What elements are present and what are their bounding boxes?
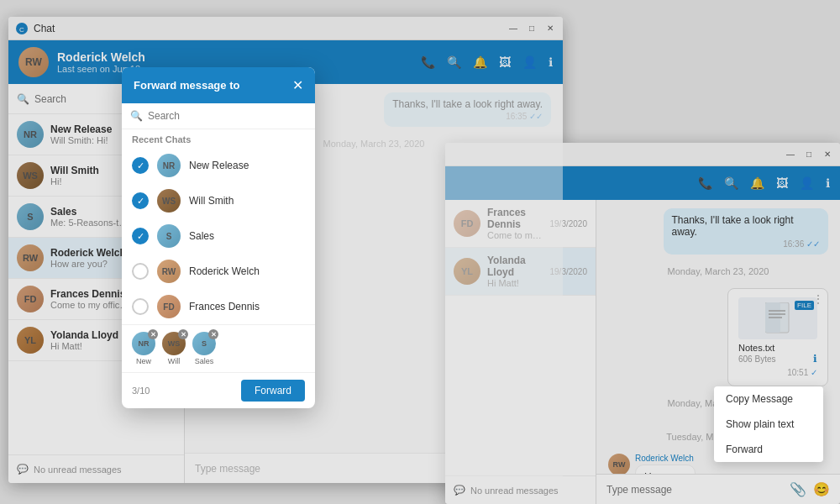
context-forward[interactable]: Forward [714,437,823,462]
forward-footer: 3/10 Forward [122,372,315,408]
forward-title: Forward message to [134,79,239,92]
forward-avatar-frances: FD [157,295,181,318]
forward-section-label: Recent Chats [122,129,315,148]
forward-contact-will-smith[interactable]: ✓ WS Will Smith [122,183,315,218]
forward-count: 3/10 [132,386,150,396]
remove-will-smith-button[interactable]: ✕ [178,329,188,339]
selected-chip-label-will: Will [168,357,181,365]
forward-avatar-roderick: RW [157,260,181,283]
selected-chip-will: WS ✕ Will [162,332,186,365]
forward-header: Forward message to ✕ [122,67,315,103]
remove-sales-button[interactable]: ✕ [208,329,218,339]
forward-contact-sales[interactable]: ✓ S Sales [122,218,315,254]
forward-check-sales[interactable]: ✓ [132,228,149,244]
forward-check-new-release[interactable]: ✓ [132,157,149,174]
forward-dialog: Forward message to ✕ 🔍 Recent Chats ✓ NR… [122,67,315,408]
forward-contact-frances[interactable]: FD Frances Dennis [122,289,315,324]
forward-selected-row: NR ✕ New WS ✕ Will S ✕ Sales [122,324,315,372]
selected-chip-label-new: New [136,357,151,365]
forward-name-sales: Sales [189,230,214,242]
forward-name-frances: Frances Dennis [189,301,260,312]
selected-chip-sales: S ✕ Sales [192,332,216,365]
selected-chip-avatar-will: WS ✕ [162,332,186,355]
forward-search-input[interactable] [148,110,307,122]
selected-chip-label-sales: Sales [195,357,214,365]
context-copy-message[interactable]: Copy Message [714,386,823,412]
forward-name-will-smith: Will Smith [189,195,234,207]
selected-chip-avatar-sales: S ✕ [192,332,216,355]
context-menu: Copy Message Show plain text Forward [714,386,823,462]
forward-button[interactable]: Forward [241,380,305,402]
forward-avatar-will-smith: WS [157,189,181,213]
forward-close-button[interactable]: ✕ [292,77,303,93]
selected-chip-avatar-new: NR ✕ [132,332,155,355]
forward-avatar-new-release: NR [157,154,181,177]
forward-avatar-sales: S [157,224,181,248]
selected-chip-new: NR ✕ New [132,332,155,365]
forward-contact-roderick[interactable]: RW Roderick Welch [122,254,315,289]
remove-new-release-button[interactable]: ✕ [148,329,158,339]
context-show-plain[interactable]: Show plain text [714,412,823,437]
forward-search: 🔍 [122,103,315,129]
forward-check-will-smith[interactable]: ✓ [132,192,149,209]
forward-contact-new-release[interactable]: ✓ NR New Release [122,148,315,183]
forward-name-roderick: Roderick Welch [189,265,260,277]
forward-check-frances[interactable] [132,298,149,315]
forward-check-roderick[interactable] [132,263,149,280]
search-icon: 🔍 [130,110,143,122]
forward-name-new-release: New Release [189,160,249,171]
